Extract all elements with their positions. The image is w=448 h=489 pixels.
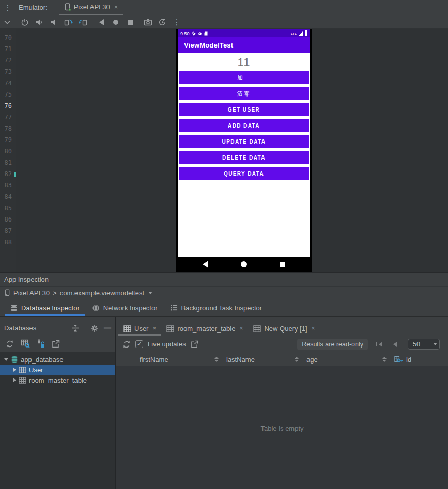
tree-item-app-database[interactable]: app_database [0, 354, 115, 365]
status-sdcard-icon [204, 31, 208, 36]
emulator-tabbar: ⋮ Emulator: Pixel API 30 × [0, 0, 448, 15]
line-number: 87 [0, 225, 16, 236]
update-data-button[interactable]: UPDATE DATA [179, 135, 309, 148]
close-icon[interactable]: × [239, 325, 243, 332]
nav-home-icon[interactable] [241, 261, 247, 267]
emulator-toolbar: ⋮ [0, 15, 448, 29]
result-tab-user[interactable]: User × [118, 321, 161, 336]
volume-up-icon[interactable] [32, 15, 47, 29]
delete-data-button[interactable]: DELETE DATA [179, 151, 309, 164]
overflow-menu-icon[interactable]: ⋮ [169, 15, 184, 29]
process-device: Pixel API 30 [13, 289, 50, 297]
line-number: 75 [0, 89, 16, 100]
sort-icon[interactable] [382, 357, 387, 362]
result-tab-new-query[interactable]: New Query [1] × [248, 321, 320, 336]
page-size-value: 50 [408, 341, 430, 348]
rotate-left-icon[interactable] [61, 15, 75, 29]
gear-icon[interactable] [91, 325, 98, 332]
signal-icon [299, 31, 303, 36]
device-screen: 9:50 LTE ViewModelTest [178, 29, 310, 272]
line-number: 82 [0, 168, 16, 180]
inspector-tabs: Database Inspector Network Inspector Bac… [0, 299, 448, 317]
export-icon[interactable] [191, 340, 198, 348]
column-header-id[interactable]: id [390, 353, 448, 366]
column-header-lastname[interactable]: lastName [222, 353, 302, 366]
tab-database-inspector[interactable]: Database Inspector [4, 299, 86, 316]
result-tab-room-master-table[interactable]: room_master_table × [161, 321, 248, 336]
databases-title: Databases [4, 324, 66, 332]
rotate-right-icon[interactable] [75, 15, 90, 29]
tree-item-room-master-table[interactable]: room_master_table [0, 375, 115, 385]
line-number: 80 [0, 146, 16, 157]
editor-stage: 70717273747576777879808182838485868788 9… [0, 29, 448, 272]
status-network-label: LTE [291, 32, 297, 35]
globe-icon [92, 304, 100, 312]
databases-toolbar [0, 336, 115, 352]
primary-key-icon [394, 356, 403, 363]
tree-item-user-table[interactable]: User [0, 365, 115, 375]
dropdown-arrow-icon [430, 339, 439, 349]
add-data-button[interactable]: ADD DATA [179, 119, 309, 132]
back-icon[interactable] [94, 15, 109, 29]
record-icon[interactable] [109, 15, 123, 29]
collapse-toolbar-icon[interactable] [0, 15, 14, 29]
add-one-button[interactable]: 加一 [179, 71, 309, 84]
battery-icon [305, 31, 307, 36]
line-number: 86 [0, 214, 16, 225]
first-page-button[interactable] [376, 342, 382, 347]
volume-down-icon[interactable] [47, 15, 61, 29]
nav-back-icon[interactable] [203, 261, 208, 268]
emulator-label: Emulator: [19, 4, 48, 11]
tab-background-task-inspector[interactable]: Background Task Inspector [164, 299, 269, 316]
export-icon[interactable] [52, 340, 60, 348]
column-header-firstname[interactable]: firstName [135, 353, 222, 366]
run-query-table-icon[interactable] [21, 339, 30, 348]
app-inspection-header: App Inspection [0, 273, 448, 286]
collapse-all-icon[interactable] [72, 324, 79, 332]
database-icon [10, 304, 18, 312]
sort-icon[interactable] [295, 357, 299, 362]
device-status-bar: 9:50 LTE [178, 29, 310, 37]
refresh-icon[interactable] [122, 340, 131, 349]
refresh-icon[interactable] [6, 340, 14, 348]
chevron-right-icon [13, 368, 16, 372]
close-icon[interactable]: × [152, 325, 156, 332]
table-icon [19, 367, 26, 373]
sort-icon[interactable] [214, 357, 219, 362]
databases-panel: Databases — [0, 317, 116, 489]
line-number-gutter: 70717273747576777879808182838485868788 [0, 29, 16, 272]
device-tab[interactable]: Pixel API 30 × [59, 0, 123, 15]
nav-recents-icon[interactable] [280, 262, 285, 267]
previous-page-button[interactable] [393, 342, 397, 347]
chevron-right-icon [13, 378, 16, 382]
snapshot-icon[interactable] [155, 15, 169, 29]
line-number: 70 [0, 32, 16, 43]
reset-zero-button[interactable]: 清零 [179, 87, 309, 100]
page-size-dropdown[interactable]: 50 [408, 339, 440, 350]
tab-network-inspector[interactable]: Network Inspector [86, 299, 164, 316]
tool-window-options-icon[interactable]: ⋮ [0, 3, 16, 12]
readonly-badge: Results are read-only [297, 339, 368, 350]
get-user-button[interactable]: GET USER [179, 103, 309, 116]
keep-connections-open-icon[interactable] [37, 339, 45, 348]
empty-table-message: Table is empty [260, 424, 303, 432]
query-data-button[interactable]: QUERY DATA [179, 167, 309, 180]
stop-icon[interactable] [123, 15, 137, 29]
process-selector[interactable]: Pixel API 30 > com.example.viewmodeltest [0, 286, 448, 299]
hide-panel-icon[interactable]: — [104, 324, 111, 332]
process-package: com.example.viewmodeltest [60, 289, 144, 297]
live-updates-label: Live updates [148, 340, 186, 348]
power-icon[interactable] [18, 15, 32, 29]
close-icon[interactable]: × [114, 3, 118, 11]
line-number: 83 [0, 180, 16, 191]
live-updates-checkbox[interactable]: ✓ [135, 340, 143, 348]
device-tab-label: Pixel API 30 [74, 3, 110, 11]
line-number: 73 [0, 66, 16, 77]
column-header-age[interactable]: age [302, 353, 390, 366]
phone-icon [64, 3, 71, 11]
panel-title: App Inspection [4, 276, 49, 283]
table-icon [19, 377, 26, 384]
line-number: 81 [0, 157, 16, 168]
close-icon[interactable]: × [312, 325, 315, 332]
camera-icon[interactable] [141, 15, 155, 29]
